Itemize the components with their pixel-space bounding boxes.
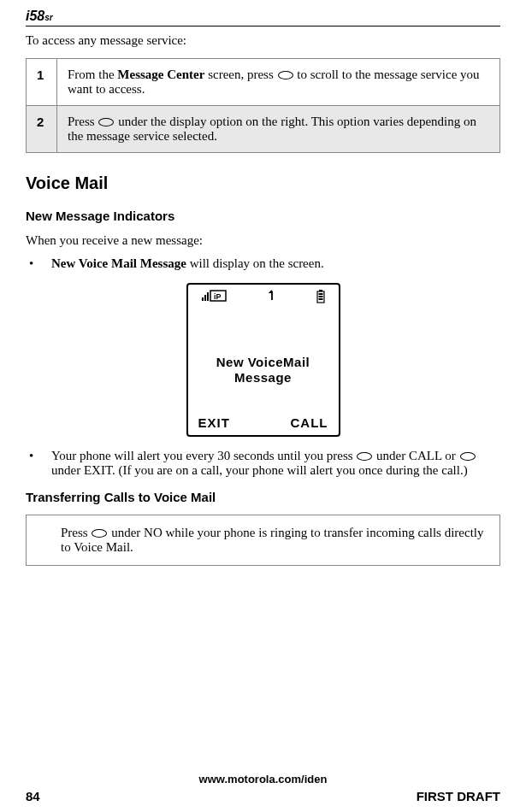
svg-rect-0 (202, 297, 204, 301)
signal-ip-icon: iP (202, 290, 228, 304)
bullet-list: • New Voice Mail Message will display on… (26, 256, 500, 271)
step-number: 1 (27, 59, 57, 106)
step-text: Press under the display option on the ri… (57, 106, 500, 153)
transfer-text: Press under NO while your phone is ringi… (27, 515, 500, 566)
bullet-marker: • (26, 449, 51, 478)
step-text: From the Message Center screen, press to… (57, 59, 500, 106)
page-footer: www.motorola.com/iden 84 FIRST DRAFT (26, 773, 500, 803)
scroll-key-icon (278, 71, 293, 79)
softkey-icon (357, 452, 372, 461)
step-row-2: 2 Press under the display option on the … (27, 106, 500, 153)
svg-text:iP: iP (214, 292, 222, 301)
heading-new-message-indicators: New Message Indicators (26, 209, 500, 223)
draft-label: FIRST DRAFT (417, 789, 500, 803)
footer-url: www.motorola.com/iden (26, 773, 500, 786)
battery-icon (316, 290, 325, 306)
transfer-table: Press under NO while your phone is ringi… (26, 515, 500, 566)
phone-screen-figure: iP New VoiceMail Message (26, 283, 500, 437)
bullet-item: • Your phone will alert you every 30 sec… (26, 449, 500, 478)
bullet-item: • New Voice Mail Message will display on… (26, 256, 500, 271)
screen-message-line1: New VoiceMail (188, 355, 339, 370)
transfer-row: Press under NO while your phone is ringi… (27, 515, 500, 566)
intro-text: To access any message service: (26, 33, 500, 48)
status-bar: iP (188, 285, 339, 306)
one-icon (268, 290, 276, 304)
screen-message-line2: Message (188, 370, 339, 385)
bullet-text: Your phone will alert you every 30 secon… (51, 449, 500, 478)
footer-row: 84 FIRST DRAFT (26, 789, 500, 803)
bullet-list-2: • Your phone will alert you every 30 sec… (26, 449, 500, 478)
product-logo: i58sr (26, 9, 500, 24)
heading-transferring-calls: Transferring Calls to Voice Mail (26, 490, 500, 504)
softkey-icon (98, 118, 114, 127)
svg-rect-9 (318, 298, 322, 300)
logo-main: i58 (26, 9, 44, 23)
heading-voice-mail: Voice Mail (26, 174, 500, 193)
step-number: 2 (27, 106, 57, 153)
softkey-icon (92, 529, 107, 538)
bullet-text: New Voice Mail Message will display on t… (51, 256, 500, 271)
step-row-1: 1 From the Message Center screen, press … (27, 59, 500, 106)
softkey-right: CALL (291, 415, 328, 430)
svg-rect-7 (318, 293, 322, 295)
bullet-marker: • (26, 256, 51, 271)
svg-rect-2 (207, 292, 209, 301)
steps-table: 1 From the Message Center screen, press … (26, 58, 500, 153)
softkey-left: EXIT (198, 415, 230, 430)
phone-screen: iP New VoiceMail Message (186, 283, 340, 437)
softkey-icon (460, 452, 476, 461)
page-number: 84 (26, 789, 40, 803)
softkey-row: EXIT CALL (188, 415, 339, 430)
screen-message: New VoiceMail Message (188, 355, 339, 385)
para-receive: When you receive a new message: (26, 233, 500, 248)
svg-rect-8 (318, 296, 322, 297)
svg-rect-1 (204, 295, 206, 301)
header-divider (26, 26, 500, 26)
logo-suffix: sr (44, 13, 52, 22)
